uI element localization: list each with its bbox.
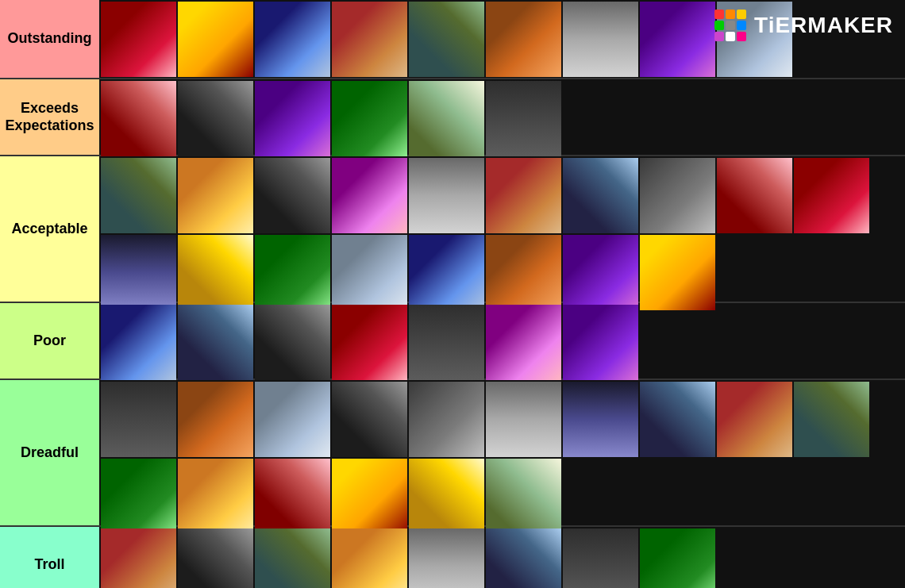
tier-image[interactable] xyxy=(640,382,715,457)
tier-label-troll: Troll xyxy=(0,527,99,588)
tier-image[interactable] xyxy=(101,382,176,457)
tier-image[interactable] xyxy=(332,235,407,310)
tier-image[interactable] xyxy=(563,2,638,77)
tier-row-dreadful: Dreadful xyxy=(0,380,905,527)
tier-image[interactable] xyxy=(101,235,176,310)
logo-cell-4 xyxy=(714,21,724,30)
tier-content-poor xyxy=(99,303,905,379)
logo-cell-8 xyxy=(726,32,735,41)
tier-image[interactable] xyxy=(563,305,638,380)
tier-content-dreadful xyxy=(99,380,905,525)
tier-image[interactable] xyxy=(178,528,253,588)
tier-image[interactable] xyxy=(794,382,869,457)
logo-cell-5 xyxy=(726,21,735,30)
tier-image[interactable] xyxy=(101,305,176,380)
tier-label-exceeds: Exceeds Expectations xyxy=(0,79,99,155)
tier-image[interactable] xyxy=(409,528,484,588)
logo-cell-2 xyxy=(726,10,735,19)
tier-row-outstanding: Outstanding xyxy=(0,0,905,79)
tier-image[interactable] xyxy=(101,459,176,534)
tier-image[interactable] xyxy=(640,235,715,310)
tier-image[interactable] xyxy=(332,305,407,380)
tier-content-exceeds xyxy=(99,79,905,155)
tier-image[interactable] xyxy=(178,235,253,310)
tiermaker-logo-area: TiERMAKER xyxy=(714,10,893,41)
tier-image[interactable] xyxy=(255,459,330,534)
tier-image[interactable] xyxy=(332,158,407,233)
tier-image[interactable] xyxy=(486,81,561,156)
tier-image[interactable] xyxy=(101,528,176,588)
logo-cell-3 xyxy=(737,10,746,19)
tier-content-acceptable xyxy=(99,156,905,302)
tier-image[interactable] xyxy=(563,382,638,457)
tier-row-exceeds: Exceeds Expectations xyxy=(0,79,905,156)
tier-image[interactable] xyxy=(409,459,484,534)
tier-row-troll: Troll xyxy=(0,527,905,588)
tier-content-troll xyxy=(99,527,905,588)
tier-image[interactable] xyxy=(178,459,253,534)
logo-cell-9 xyxy=(737,32,746,41)
tier-image[interactable] xyxy=(486,528,561,588)
tier-image[interactable] xyxy=(332,81,407,156)
tier-image[interactable] xyxy=(178,81,253,156)
tier-image[interactable] xyxy=(255,81,330,156)
tier-image[interactable] xyxy=(332,2,407,77)
tier-image[interactable] xyxy=(563,235,638,310)
tier-label-outstanding: Outstanding xyxy=(0,0,99,78)
tier-image[interactable] xyxy=(563,528,638,588)
logo-cell-6 xyxy=(737,21,746,30)
tier-image[interactable] xyxy=(486,158,561,233)
tier-image[interactable] xyxy=(101,81,176,156)
tier-image[interactable] xyxy=(409,81,484,156)
tiermaker-logo: TiERMAKER xyxy=(714,10,893,41)
tier-image[interactable] xyxy=(409,235,484,310)
tier-image[interactable] xyxy=(101,2,176,77)
tier-image[interactable] xyxy=(409,2,484,77)
tier-image[interactable] xyxy=(486,382,561,457)
tier-image[interactable] xyxy=(101,158,176,233)
tier-image[interactable] xyxy=(255,235,330,310)
tier-image[interactable] xyxy=(178,305,253,380)
logo-cell-1 xyxy=(714,10,724,19)
tier-image[interactable] xyxy=(255,382,330,457)
tier-image[interactable] xyxy=(409,158,484,233)
tiermaker-wordmark: TiERMAKER xyxy=(754,13,893,38)
tier-image[interactable] xyxy=(178,2,253,77)
tier-image[interactable] xyxy=(794,158,869,233)
tier-image[interactable] xyxy=(255,305,330,380)
tier-image[interactable] xyxy=(255,158,330,233)
tier-image[interactable] xyxy=(640,2,715,77)
tier-image[interactable] xyxy=(178,158,253,233)
tier-image[interactable] xyxy=(178,382,253,457)
tier-label-acceptable: Acceptable xyxy=(0,156,99,302)
logo-color-grid xyxy=(714,10,746,41)
tier-row-poor: Poor xyxy=(0,303,905,380)
logo-cell-7 xyxy=(714,32,724,41)
tier-image[interactable] xyxy=(486,305,561,380)
tier-image[interactable] xyxy=(486,235,561,310)
tier-row-acceptable: Acceptable xyxy=(0,156,905,303)
tier-image[interactable] xyxy=(332,459,407,534)
tier-image[interactable] xyxy=(409,305,484,380)
tier-image[interactable] xyxy=(332,528,407,588)
tier-image[interactable] xyxy=(640,528,715,588)
tier-image[interactable] xyxy=(717,382,792,457)
tier-image[interactable] xyxy=(486,459,561,534)
tier-list: Outstanding xyxy=(0,0,905,588)
tier-image[interactable] xyxy=(563,158,638,233)
tier-image[interactable] xyxy=(255,528,330,588)
tier-image[interactable] xyxy=(717,158,792,233)
tier-image[interactable] xyxy=(255,2,330,77)
tier-image[interactable] xyxy=(409,382,484,457)
tier-label-dreadful: Dreadful xyxy=(0,380,99,525)
tier-label-poor: Poor xyxy=(0,303,99,379)
tier-image[interactable] xyxy=(486,2,561,77)
tier-image[interactable] xyxy=(640,158,715,233)
tier-image[interactable] xyxy=(332,382,407,457)
